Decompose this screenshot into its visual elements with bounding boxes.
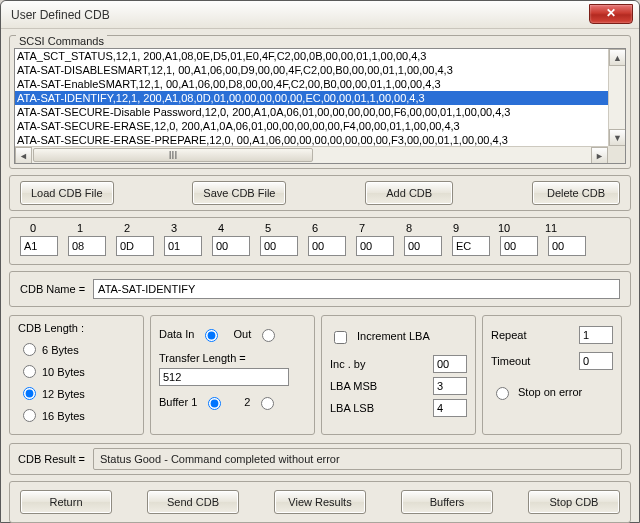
scsi-commands-group: SCSI Commands ATA_SCT_STATUS,12,1, 200,A… [9, 35, 631, 169]
byte-input-3[interactable] [164, 236, 202, 256]
cdb-name-input[interactable] [93, 279, 620, 299]
file-buttons-group: Load CDB File Save CDB File Add CDB Dele… [9, 175, 631, 211]
byte-input-2[interactable] [116, 236, 154, 256]
data-out-radio[interactable] [262, 329, 275, 342]
list-item[interactable]: ATA-SAT-IDENTIFY,12,1, 200,A1,08,0D,01,0… [15, 91, 608, 105]
byte-input-9[interactable] [452, 236, 490, 256]
byte-header: 7 [357, 222, 367, 234]
cdb-result-group: CDB Result = Status Good - Command compl… [9, 443, 631, 475]
byte-header: 9 [451, 222, 461, 234]
save-cdb-file-button[interactable]: Save CDB File [192, 181, 286, 205]
view-results-button[interactable]: View Results [274, 490, 366, 514]
cdb-name-label: CDB Name = [20, 283, 85, 295]
length-option[interactable]: 16 Bytes [18, 404, 135, 422]
lba-msb-label: LBA MSB [330, 380, 377, 392]
stop-on-error-radio[interactable] [496, 387, 509, 400]
lba-lsb-input[interactable] [433, 399, 467, 417]
stop-cdb-button[interactable]: Stop CDB [528, 490, 620, 514]
titlebar: User Defined CDB ✕ [1, 1, 639, 29]
data-io-panel: Data In Out Transfer Length = Buffer 1 2 [150, 315, 315, 435]
list-item[interactable]: ATA_SCT_STATUS,12,1, 200,A1,08,0E,D5,01,… [15, 49, 608, 63]
byte-input-4[interactable] [212, 236, 250, 256]
window-title: User Defined CDB [11, 8, 110, 22]
list-item[interactable]: ATA-SAT-SECURE-Disable Password,12,0, 20… [15, 105, 608, 119]
list-item[interactable]: ATA-SAT-SECURE-ERASE,12,0, 200,A1,0A,06,… [15, 119, 608, 133]
add-cdb-button[interactable]: Add CDB [365, 181, 453, 205]
byte-header: 3 [169, 222, 179, 234]
scroll-down-icon[interactable]: ▼ [609, 129, 626, 146]
window: User Defined CDB ✕ SCSI Commands ATA_SCT… [0, 0, 640, 523]
length-radio[interactable] [23, 343, 36, 356]
bottom-buttons-group: Return Send CDB View Results Buffers Sto… [9, 481, 631, 523]
byte-input-11[interactable] [548, 236, 586, 256]
data-out-label: Out [233, 328, 251, 340]
byte-input-10[interactable] [500, 236, 538, 256]
transfer-length-input[interactable] [159, 368, 289, 386]
byte-header: 8 [404, 222, 414, 234]
scroll-thumb[interactable]: III [33, 148, 313, 162]
byte-input-0[interactable] [20, 236, 58, 256]
buffers-button[interactable]: Buffers [401, 490, 493, 514]
length-option[interactable]: 6 Bytes [18, 338, 135, 356]
byte-header: 5 [263, 222, 273, 234]
byte-header: 2 [122, 222, 132, 234]
close-button[interactable]: ✕ [589, 4, 633, 24]
cdb-result-label: CDB Result = [18, 453, 85, 465]
scroll-left-icon[interactable]: ◄ [15, 147, 32, 164]
incby-input[interactable] [433, 355, 467, 373]
load-cdb-file-button[interactable]: Load CDB File [20, 181, 114, 205]
lba-panel: Increment LBA Inc . by LBA MSB LBA LSB [321, 315, 476, 435]
byte-input-1[interactable] [68, 236, 106, 256]
length-radio[interactable] [23, 409, 36, 422]
cdb-result-text: Status Good - Command completed without … [93, 448, 622, 470]
horizontal-scrollbar[interactable]: ◄ III ► [15, 146, 608, 163]
cdb-length-label: CDB Length : [18, 322, 135, 334]
vertical-scrollbar[interactable]: ▲ ▼ [608, 49, 625, 146]
transfer-length-label: Transfer Length = [159, 352, 246, 364]
scsi-commands-label: SCSI Commands [16, 35, 107, 47]
scroll-up-icon[interactable]: ▲ [609, 49, 626, 66]
buffer1-radio[interactable] [208, 397, 221, 410]
byte-header: 1 [75, 222, 85, 234]
length-option[interactable]: 10 Bytes [18, 360, 135, 378]
increment-lba-label: Increment LBA [357, 330, 430, 342]
list-item[interactable]: ATA-SAT-EnableSMART,12,1, 00,A1,06,00,D8… [15, 77, 608, 91]
list-item[interactable]: ATA-SAT-DISABLESMART,12,1, 00,A1,06,00,D… [15, 63, 608, 77]
byte-header: 6 [310, 222, 320, 234]
cdb-length-panel: CDB Length : 6 Bytes10 Bytes12 Bytes16 B… [9, 315, 144, 435]
byte-header: 0 [28, 222, 38, 234]
repeat-input[interactable] [579, 326, 613, 344]
buffer2-radio[interactable] [261, 397, 274, 410]
byte-header: 11 [545, 222, 555, 234]
delete-cdb-button[interactable]: Delete CDB [532, 181, 620, 205]
return-button[interactable]: Return [20, 490, 112, 514]
timeout-input[interactable] [579, 352, 613, 370]
byte-header: 4 [216, 222, 226, 234]
timeout-label: Timeout [491, 355, 530, 367]
send-cdb-button[interactable]: Send CDB [147, 490, 239, 514]
buffer1-label: Buffer 1 [159, 396, 197, 408]
incby-label: Inc . by [330, 358, 365, 370]
close-icon: ✕ [606, 6, 616, 20]
scsi-command-list[interactable]: ATA_SCT_STATUS,12,1, 200,A1,08,0E,D5,01,… [14, 48, 626, 164]
data-in-label: Data In [159, 328, 194, 340]
length-option[interactable]: 12 Bytes [18, 382, 135, 400]
lba-lsb-label: LBA LSB [330, 402, 374, 414]
cdb-bytes-group: 01234567891011 [9, 217, 631, 265]
length-radio[interactable] [23, 387, 36, 400]
byte-input-5[interactable] [260, 236, 298, 256]
byte-input-6[interactable] [308, 236, 346, 256]
lba-msb-input[interactable] [433, 377, 467, 395]
byte-input-8[interactable] [404, 236, 442, 256]
options-row: CDB Length : 6 Bytes10 Bytes12 Bytes16 B… [9, 313, 631, 437]
repeat-panel: Repeat Timeout Stop on error [482, 315, 622, 435]
data-in-radio[interactable] [205, 329, 218, 342]
scroll-right-icon[interactable]: ► [591, 147, 608, 164]
length-radio[interactable] [23, 365, 36, 378]
stop-on-error-label: Stop on error [518, 386, 582, 398]
scroll-corner [608, 146, 625, 163]
list-item[interactable]: ATA-SAT-SECURE-ERASE-PREPARE,12,0, 00,A1… [15, 133, 608, 146]
byte-input-7[interactable] [356, 236, 394, 256]
client-area: SCSI Commands ATA_SCT_STATUS,12,1, 200,A… [1, 29, 639, 523]
increment-lba-checkbox[interactable] [334, 331, 347, 344]
